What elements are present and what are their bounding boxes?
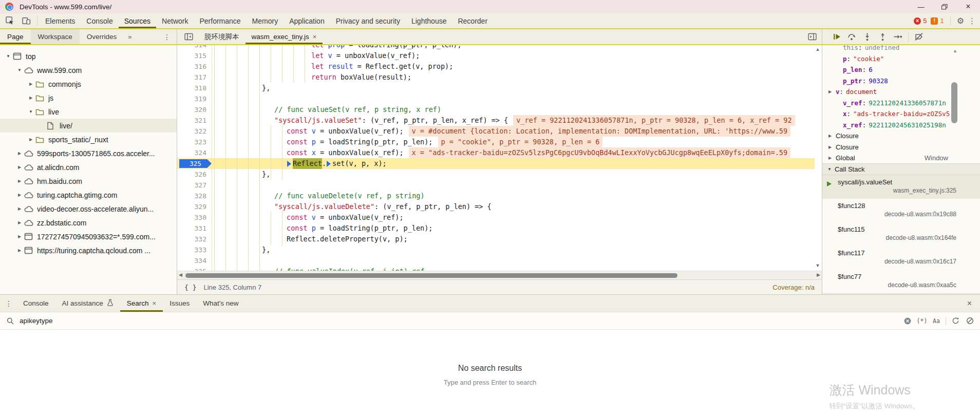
line-number[interactable]: 315 xyxy=(177,50,212,61)
collapsed-arrow-icon[interactable]: ▶ xyxy=(828,145,836,149)
warning-count-badge[interactable]: ! 1 xyxy=(931,17,944,25)
line-number[interactable]: 316 xyxy=(177,61,212,72)
more-tabs-icon[interactable]: » xyxy=(124,29,136,44)
close-tab-icon[interactable]: × xyxy=(153,299,157,307)
drawer-tab-ai-assistance[interactable]: AI assistance xyxy=(55,295,120,312)
call-stack-frame-syscall-js-valueset[interactable]: syscall/js.valueSetwasm_exec_tiny.js:325 xyxy=(822,175,980,199)
code-line[interactable]: 331const p = loadString(p_ptr, p_len); xyxy=(177,223,815,234)
maximize-button[interactable] xyxy=(933,0,956,13)
line-number[interactable]: 319 xyxy=(177,93,212,104)
line-number[interactable]: 323 xyxy=(177,137,212,147)
scope-row-this[interactable]: this: undefined xyxy=(822,45,980,53)
scope-row-p-ptr[interactable]: p_ptr: 90328 xyxy=(822,76,980,87)
scope-row-p[interactable]: p: "cookie" xyxy=(822,53,980,65)
line-number[interactable]: 314 xyxy=(177,45,212,50)
navigator-kebab-icon[interactable]: ⋮ xyxy=(157,29,177,44)
navigator-toggle-icon[interactable] xyxy=(177,29,198,44)
regex-toggle-icon[interactable]: (*) xyxy=(917,316,927,326)
tree-item-hm-baidu-com[interactable]: ▶hm.baidu.com xyxy=(0,174,177,188)
navigator-tab-overrides[interactable]: Overrides xyxy=(80,29,124,44)
code-line[interactable]: 320// func valueSet(v ref, p string, x r… xyxy=(177,104,815,115)
vscroll-down-icon[interactable]: ▼ xyxy=(815,263,821,268)
collapsed-arrow-icon[interactable]: ▶ xyxy=(16,220,23,225)
code-line[interactable]: 316let result = Reflect.get(v, prop); xyxy=(177,61,815,72)
error-count-badge[interactable]: × 5 xyxy=(914,17,927,25)
collapsed-arrow-icon[interactable]: ▶ xyxy=(16,206,23,211)
code-editor[interactable]: 314let prop = loadString(p_ptr, p_len);3… xyxy=(177,45,822,271)
tree-item-video-decoer-oss-accelerate-aliyun[interactable]: ▶video-decoer.oss-accelerate.aliyun... xyxy=(0,202,177,216)
editor-tab-wasm-exec-tiny-js[interactable]: wasm_exec_tiny.js× xyxy=(246,29,323,44)
step-into-icon[interactable] xyxy=(859,30,875,44)
code-line[interactable]: 321"syscall/js.valueSet": (v_ref, p_ptr,… xyxy=(177,115,815,126)
collapsed-arrow-icon[interactable]: ▶ xyxy=(28,82,34,86)
pretty-print-icon[interactable]: { } xyxy=(184,284,196,291)
line-number[interactable]: 328 xyxy=(177,191,212,201)
main-menu-kebab-icon[interactable]: ⋮ xyxy=(968,16,976,26)
tab-network[interactable]: Network xyxy=(156,13,194,28)
tree-item-live[interactable]: live/ xyxy=(0,119,177,133)
step-icon[interactable] xyxy=(890,30,906,44)
step-over-icon[interactable] xyxy=(844,30,859,44)
tab-sources[interactable]: Sources xyxy=(119,13,156,28)
collapsed-arrow-icon[interactable]: ▶ xyxy=(16,151,23,156)
step-out-icon[interactable] xyxy=(875,30,890,44)
clear-search-icon[interactable] xyxy=(965,316,975,326)
code-line[interactable]: 325Reflect.set(v, p, x); xyxy=(177,158,815,169)
line-number[interactable]: 322 xyxy=(177,126,212,137)
tab-memory[interactable]: Memory xyxy=(247,13,284,28)
settings-gear-icon[interactable]: ⚙ xyxy=(957,16,964,26)
tree-item-599sports-1300571865-cos-acceler[interactable]: ▶599sports-1300571865.cos.acceler... xyxy=(0,146,177,160)
refresh-search-icon[interactable] xyxy=(950,316,960,326)
drawer-kebab-icon[interactable]: ⋮ xyxy=(0,295,16,312)
code-line[interactable]: 327 xyxy=(177,180,815,191)
editor-tab-item[interactable]: 脱环境脚本 xyxy=(198,29,246,44)
debugger-sidebar-toggle-icon[interactable] xyxy=(808,29,817,44)
close-window-button[interactable]: × xyxy=(956,0,980,13)
tab-lighthouse[interactable]: Lighthouse xyxy=(406,13,453,28)
collapsed-arrow-icon[interactable]: ▶ xyxy=(828,89,836,94)
expanded-arrow-icon[interactable]: ▼ xyxy=(16,68,23,72)
collapsed-arrow-icon[interactable]: ▶ xyxy=(16,165,23,169)
horizontal-scrollbar[interactable]: ◀ ▶ xyxy=(177,271,822,279)
scope-row-v-ref[interactable]: v_ref: 9221120241336057871n xyxy=(822,98,980,109)
close-drawer-icon[interactable]: × xyxy=(959,295,980,312)
drawer-tab-what-s-new[interactable]: What's new xyxy=(196,295,245,312)
close-tab-icon[interactable]: × xyxy=(313,33,317,41)
line-number[interactable]: 332 xyxy=(177,234,212,244)
collapsed-arrow-icon[interactable]: ▶ xyxy=(28,96,34,100)
line-number[interactable]: 317 xyxy=(177,72,212,83)
inline-breakpoint-marker[interactable] xyxy=(327,161,331,167)
collapsed-arrow-icon[interactable]: ▶ xyxy=(16,193,23,197)
code-line[interactable]: 317return boxValue(result); xyxy=(177,72,815,83)
tree-item-commonjs[interactable]: ▶commonjs xyxy=(0,77,177,91)
tab-application[interactable]: Application xyxy=(284,13,330,28)
drawer-tab-console[interactable]: Console xyxy=(16,295,55,312)
line-number[interactable]: 325 xyxy=(177,158,212,169)
line-number[interactable]: 321 xyxy=(177,115,212,126)
tree-item-www-599-com[interactable]: ▼www.599.com xyxy=(0,63,177,77)
line-number[interactable]: 326 xyxy=(177,169,212,180)
collapsed-arrow-icon[interactable]: ▶ xyxy=(828,156,836,160)
scope-row-closure[interactable]: ▶Closure xyxy=(822,130,980,142)
vscroll-up-icon[interactable]: ▲ xyxy=(815,47,821,52)
tree-item-https-turing-captcha-qcloud-com[interactable]: ▶https://turing.captcha.qcloud.com ... xyxy=(0,243,177,257)
call-stack-frame-func77[interactable]: $func77decode-u8.wasm:0xaa5c xyxy=(822,270,980,293)
navigator-tab-workspace[interactable]: Workspace xyxy=(31,29,80,44)
code-line[interactable]: 323const p = loadString(p_ptr, p_len);p … xyxy=(177,137,815,147)
call-stack-frame-func115[interactable]: $func115decode-u8.wasm:0x164fe xyxy=(822,222,980,246)
line-number[interactable]: 318 xyxy=(177,83,212,93)
line-number[interactable]: 331 xyxy=(177,223,212,234)
minimize-button[interactable]: — xyxy=(909,0,933,13)
coverage-status[interactable]: Coverage: n/a xyxy=(772,284,815,291)
tree-item-live[interactable]: ▼live xyxy=(0,105,177,119)
call-stack-frame-func117[interactable]: $func117decode-u8.wasm:0x16c17 xyxy=(822,246,980,270)
tree-item-top[interactable]: ▼top xyxy=(0,49,177,63)
collapsed-arrow-icon[interactable]: ▶ xyxy=(28,137,34,142)
tree-item-turing-captcha-gtimg-com[interactable]: ▶turing.captcha.gtimg.com xyxy=(0,188,177,202)
drawer-tab-issues[interactable]: Issues xyxy=(163,295,196,312)
match-case-toggle-icon[interactable]: Aa xyxy=(931,316,941,326)
hscroll-left-icon[interactable]: ◀ xyxy=(179,272,182,277)
call-stack-frame-func128[interactable]: $func128decode-u8.wasm:0x19c88 xyxy=(822,199,980,222)
line-number[interactable]: 334 xyxy=(177,255,212,266)
scope-row-closure[interactable]: ▶Closure xyxy=(822,142,980,153)
